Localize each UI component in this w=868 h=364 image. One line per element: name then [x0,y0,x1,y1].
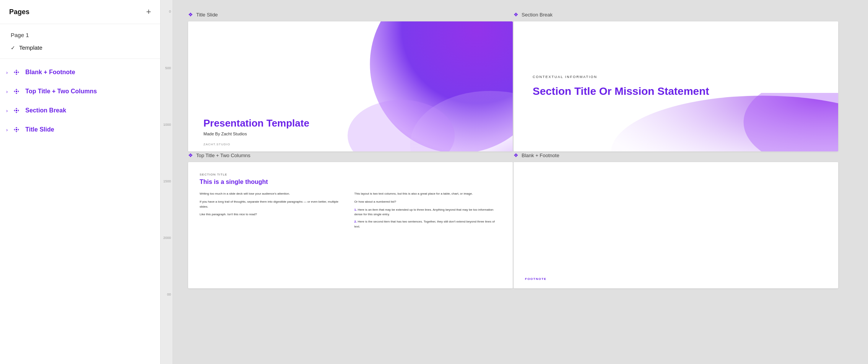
drag-icon-blank-footnote [12,68,21,76]
two-col-column-text: Top Title + Two Columns [196,153,250,158]
sidebar-item-page1[interactable]: Page 1 [0,29,160,41]
drag-icon-title-slide [12,125,21,134]
two-col-right-intro: This layout is two text columns, but thi… [354,192,502,197]
two-col-card[interactable]: Section Title This is a single thought W… [188,162,513,288]
two-col-item-2: 2. Here is the second item that has two … [354,219,502,229]
sidebar-item-template[interactable]: ✓ Template [0,41,160,54]
ruler-mark-1000: 1000 [163,123,171,127]
two-col-right-list-intro: Or how about a numbered list? [354,200,502,205]
two-col-right: This layout is two text columns, but thi… [354,192,502,232]
svg-rect-0 [16,72,17,73]
ruler-mark-0: 0 [169,10,171,13]
pages-list: Page 1 ✓ Template [0,24,160,59]
section-break-contextual: CONTEXTUAL INFORMATION [533,75,819,79]
drag-icon-two-col [12,87,21,96]
svg-rect-3 [16,129,17,130]
check-icon: ✓ [11,45,15,51]
two-col-heading: This is a single thought [200,179,501,185]
expand-arrow-icon-3: › [6,108,8,114]
blank-footnote-column-text: Blank + Footnote [522,153,559,158]
svg-point-8 [743,93,838,151]
blank-footnote-column-label: ❖ Blank + Footnote [514,152,838,158]
section-break-column: ❖ Section Break CONTEXTUAL INFORMATION S… [514,11,838,151]
two-col-section-label: Section Title [200,173,501,176]
sidebar-item-title-slide[interactable]: › Title Slide [0,121,160,138]
title-slide-watermark: ZACHT.STUDIO [203,143,230,146]
title-slide-subtitle: Made By Zacht Studios [203,132,309,136]
section-break-diamond-icon: ❖ [514,11,519,18]
ruler-mark-1500: 1500 [163,180,171,183]
title-slide-column: ❖ Title Slide [188,11,513,151]
expand-arrow-icon: › [6,70,8,75]
footnote-label: FOOTNOTE [525,277,827,281]
two-col-item-1-text: Here is an item that may be extended up … [354,208,494,216]
two-col-left: Writing too much in a slide deck will lo… [200,192,347,232]
two-col-item-1: 1. Here is an item that may be extended … [354,208,502,218]
template-label: Template [19,44,42,51]
section-break-bg [611,93,838,151]
blank-footnote-column: ❖ Blank + Footnote FOOTNOTE [514,152,838,288]
blank-footnote-card[interactable]: FOOTNOTE [514,162,838,288]
canvas-area: 0 500 1000 1500 2000 00 ❖ Title Slide [161,0,868,364]
two-col-left-p3: Like this paragraph. Isn't this nice to … [200,212,347,217]
sidebar: Pages + Page 1 ✓ Template › Blank + Foot [0,0,161,364]
two-col-label: Top Title + Two Columns [25,88,97,95]
layouts-list: › Blank + Footnote › [0,59,160,143]
sidebar-header: Pages + [0,0,160,24]
title-slide-column-label: ❖ Title Slide [188,11,513,18]
title-slide-diamond-icon: ❖ [188,11,193,18]
title-slide-card[interactable]: Presentation Template Made By Zacht Stud… [188,21,513,151]
two-col-column: ❖ Top Title + Two Columns Section Title … [188,152,513,288]
sidebar-item-section-break[interactable]: › Section Break [0,102,160,119]
two-col-column-label: ❖ Top Title + Two Columns [188,152,513,158]
page1-label: Page 1 [11,32,29,38]
pages-title: Pages [9,8,29,16]
slides-grid: ❖ Title Slide [188,11,838,288]
section-break-label: Section Break [25,107,66,114]
two-col-content: Writing too much in a slide deck will lo… [200,192,501,232]
section-break-column-label: ❖ Section Break [514,11,838,18]
expand-arrow-icon-2: › [6,89,8,94]
section-break-card[interactable]: CONTEXTUAL INFORMATION Section Title Or … [514,21,838,151]
svg-rect-2 [16,110,17,111]
title-slide-content: Presentation Template Made By Zacht Stud… [203,117,309,136]
title-slide-bg [334,21,513,151]
sidebar-item-blank-footnote[interactable]: › Blank + Footnote [0,63,160,81]
ruler: 0 500 1000 1500 2000 00 [161,0,173,364]
sidebar-item-top-title-two-col[interactable]: › Top Title + Two Columns [0,83,160,100]
two-col-left-p2: If you have a long trail of thoughts, se… [200,200,347,210]
expand-arrow-icon-4: › [6,127,8,133]
title-slide-label: Title Slide [25,126,54,133]
two-col-left-p1: Writing too much in a slide deck will lo… [200,192,347,197]
ruler-mark-2000: 2000 [163,236,171,240]
title-slide-heading: Presentation Template [203,117,309,129]
slides-canvas: ❖ Title Slide [173,0,868,364]
two-col-item-2-text: Here is the second item that has two sen… [354,220,495,228]
drag-icon-section-break [12,106,21,115]
two-col-diamond-icon: ❖ [188,152,193,158]
svg-rect-1 [16,91,17,92]
ruler-mark-500: 500 [165,67,171,70]
ruler-mark-00: 00 [167,293,171,296]
blank-footnote-label: Blank + Footnote [25,69,75,76]
blank-footnote-diamond-icon: ❖ [514,152,519,158]
title-slide-column-text: Title Slide [196,12,218,18]
section-break-column-text: Section Break [522,12,553,18]
add-page-button[interactable]: + [146,8,151,16]
